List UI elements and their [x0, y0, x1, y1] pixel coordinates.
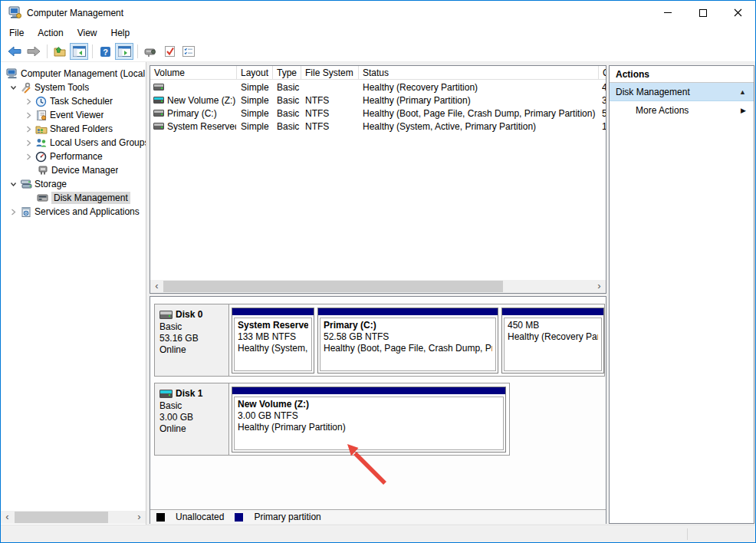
column-header-status[interactable]: Status	[359, 66, 599, 80]
more-actions-item[interactable]: More Actions ▶	[610, 101, 754, 120]
shared-folders-icon	[35, 123, 48, 135]
close-button[interactable]	[721, 1, 755, 25]
computer-management-window: Computer Management File Action View Hel…	[0, 0, 756, 543]
maximize-button[interactable]	[685, 1, 720, 25]
partition-primary-c[interactable]: Primary (C:) 52.58 GB NTFS Healthy (Boot…	[317, 308, 498, 374]
volume-name: New Volume (Z:)	[167, 95, 236, 106]
device-manager-icon	[36, 164, 49, 176]
chevron-down-icon[interactable]	[7, 81, 19, 94]
disk-state: Online	[159, 344, 228, 356]
partition-status: Healthy (System, Active, Primary Partiti…	[238, 343, 308, 354]
disk-name: Disk 1	[176, 388, 202, 399]
tree-item-storage[interactable]: Storage	[1, 177, 146, 191]
help-button[interactable]: ?	[96, 43, 114, 60]
disk-size: 53.16 GB	[159, 333, 228, 344]
tree-item-performance[interactable]: Performance	[1, 150, 146, 163]
tree-item-services-applications[interactable]: Services and Applications	[1, 205, 146, 219]
scroll-right-icon[interactable]: ›	[593, 280, 606, 293]
tree-item-local-users-groups[interactable]: Local Users and Groups	[1, 136, 146, 150]
disk-icon	[159, 311, 173, 319]
primary-partition-bar	[232, 387, 505, 394]
chevron-right-icon[interactable]	[22, 150, 35, 163]
volume-row[interactable]: System Reserved Simple Basic NTFS Health…	[150, 120, 606, 133]
unallocated-swatch	[156, 513, 165, 522]
main-area: Computer Management (Local System Tools …	[1, 62, 755, 525]
volume-status: Healthy (Recovery Partition)	[363, 82, 599, 93]
scrollbar-thumb[interactable]	[15, 512, 108, 523]
chevron-right-icon[interactable]	[22, 123, 35, 135]
minimize-icon	[664, 12, 672, 13]
column-header-capacity[interactable]: C	[599, 66, 606, 80]
chevron-right-icon[interactable]	[7, 206, 19, 218]
chevron-right-icon[interactable]	[22, 95, 35, 107]
partition-system-reserved[interactable]: System Reserved 133 MB NTFS Healthy (Sys…	[232, 308, 314, 374]
tree-item-task-scheduler[interactable]: Task Scheduler	[1, 94, 146, 108]
performance-icon	[35, 150, 48, 163]
volume-row[interactable]: Primary (C:) Simple Basic NTFS Healthy (…	[150, 107, 606, 120]
partition-size: 450 MB	[508, 320, 598, 331]
disk0-label[interactable]: Disk 0 Basic 53.16 GB Online	[155, 304, 229, 376]
minimize-button[interactable]	[650, 1, 685, 25]
volume-status: Healthy (Primary Partition)	[363, 95, 599, 106]
back-button[interactable]	[5, 43, 24, 60]
volume-row[interactable]: Simple Basic Healthy (Recovery Partition…	[150, 81, 606, 94]
show-action-pane-icon	[118, 46, 131, 57]
actions-group-title: Disk Management	[616, 87, 690, 97]
forward-button[interactable]	[25, 43, 43, 60]
menu-file[interactable]: File	[2, 25, 31, 41]
volume-capacity: 3.	[602, 95, 606, 106]
tree-item-event-viewer[interactable]: Event Viewer	[1, 108, 146, 122]
chevron-right-icon[interactable]	[22, 109, 35, 121]
show-console-tree-icon	[73, 46, 86, 57]
properties-list-button[interactable]	[179, 43, 198, 60]
svg-text:?: ?	[103, 47, 108, 56]
volume-type: Basic	[277, 121, 301, 132]
primary-partition-label: Primary partition	[254, 512, 320, 522]
tree-item-system-tools[interactable]: System Tools	[1, 81, 146, 94]
column-header-type[interactable]: Type	[273, 66, 301, 80]
show-action-pane-button[interactable]	[115, 43, 133, 60]
menu-view[interactable]: View	[71, 25, 104, 41]
column-header-layout[interactable]: Layout	[237, 66, 273, 80]
console-tree-panel: Computer Management (Local System Tools …	[1, 62, 146, 525]
volume-layout: Simple	[241, 108, 273, 119]
scroll-left-icon[interactable]: ‹	[1, 511, 14, 524]
collapse-icon[interactable]: ▲	[739, 88, 746, 96]
actions-header: Actions	[610, 66, 754, 83]
scrollbar-thumb[interactable]	[163, 281, 503, 292]
partition-recovery[interactable]: 450 MB Healthy (Recovery Partition)	[501, 308, 604, 374]
tree-item-shared-folders[interactable]: Shared Folders	[1, 122, 146, 136]
check-disk-button[interactable]	[160, 43, 179, 60]
menu-action[interactable]: Action	[31, 25, 70, 41]
tree-item-device-manager[interactable]: Device Manager	[1, 163, 146, 177]
tree-horizontal-scrollbar[interactable]: ‹ ›	[1, 511, 146, 524]
volume-layout: Simple	[241, 82, 273, 93]
up-folder-button[interactable]	[51, 43, 69, 60]
chevron-down-icon[interactable]	[7, 178, 19, 190]
computer-icon	[5, 67, 18, 80]
scroll-right-icon[interactable]: ›	[133, 511, 146, 524]
disk-kind: Basic	[159, 321, 228, 333]
toolbar-separator	[92, 44, 93, 58]
more-actions-label: More Actions	[636, 105, 689, 116]
chevron-right-icon[interactable]	[22, 137, 35, 149]
column-header-volume[interactable]: Volume	[150, 66, 237, 80]
partition-size: 133 MB NTFS	[238, 331, 308, 343]
rescan-button[interactable]	[141, 43, 159, 60]
volume-capacity: 52	[602, 108, 606, 119]
partition-size: 52.58 GB NTFS	[324, 331, 492, 343]
actions-group-disk-management[interactable]: Disk Management ▲	[610, 83, 754, 101]
tree-item-computer-management[interactable]: Computer Management (Local	[1, 67, 146, 81]
partition-size: 3.00 GB NTFS	[238, 410, 500, 422]
volume-list-horizontal-scrollbar[interactable]: ‹ ›	[150, 280, 606, 293]
title-bar: Computer Management	[1, 1, 755, 25]
tree-item-disk-management[interactable]: Disk Management	[1, 191, 146, 205]
scroll-left-icon[interactable]: ‹	[150, 280, 163, 293]
partition-new-volume-z[interactable]: New Volume (Z:) 3.00 GB NTFS Healthy (Pr…	[232, 387, 506, 452]
disk1-label[interactable]: Disk 1 Basic 3.00 GB Online	[155, 383, 229, 455]
show-console-tree-button[interactable]	[70, 43, 88, 60]
column-header-file-system[interactable]: File System	[301, 66, 359, 80]
volume-row[interactable]: New Volume (Z:) Simple Basic NTFS Health…	[150, 94, 606, 107]
menu-help[interactable]: Help	[104, 25, 137, 41]
disk1-row: Disk 1 Basic 3.00 GB Online New Volume (…	[154, 383, 510, 456]
